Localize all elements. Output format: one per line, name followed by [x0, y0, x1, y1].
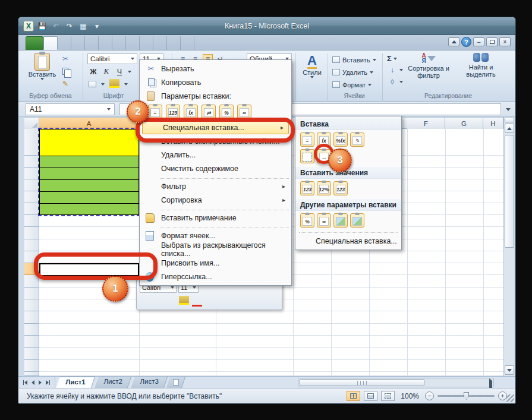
- context-menu-item[interactable]: Фильтр ▸: [141, 179, 290, 193]
- row-header[interactable]: [24, 179, 39, 191]
- zoom-slider-thumb[interactable]: [464, 392, 469, 400]
- first-sheet-icon[interactable]: [23, 380, 27, 385]
- paste-formatting-icon[interactable]: %: [219, 105, 234, 119]
- ribbon-tab[interactable]: [112, 36, 126, 50]
- paste-link-icon[interactable]: ∞: [317, 213, 331, 228]
- ribbon-tab[interactable]: [85, 36, 99, 50]
- autosum-icon[interactable]: Σ: [387, 54, 392, 63]
- font-name-select[interactable]: Calibri: [87, 53, 137, 64]
- align-center-icon[interactable]: [166, 296, 176, 307]
- row-header[interactable]: [24, 311, 39, 323]
- vertical-scroll-thumb[interactable]: [505, 135, 514, 248]
- horizontal-scrollbar[interactable]: [298, 378, 494, 387]
- zoom-in-icon[interactable]: +: [498, 391, 507, 400]
- context-menu-item[interactable]: Присвоить имя...: [141, 256, 290, 270]
- cut-icon[interactable]: ✂: [60, 54, 71, 64]
- formulas-number-formatting-icon[interactable]: %fx: [333, 132, 348, 147]
- insert-worksheet-tab[interactable]: [166, 377, 185, 388]
- normal-view-button[interactable]: [347, 391, 360, 401]
- row-header[interactable]: [24, 288, 39, 299]
- resize-grip[interactable]: [506, 394, 514, 402]
- context-menu-item[interactable]: Выбрать из раскрывающегося списка...: [141, 242, 290, 256]
- row-header[interactable]: [24, 239, 39, 251]
- row-header[interactable]: [24, 168, 39, 179]
- fill-icon[interactable]: ↓: [387, 65, 398, 75]
- row-header[interactable]: [24, 156, 39, 168]
- context-menu-item[interactable]: Копировать: [141, 75, 290, 89]
- paste-button[interactable]: Вставить: [27, 53, 58, 80]
- copy-icon[interactable]: [60, 67, 71, 76]
- fill-color-icon[interactable]: [109, 79, 119, 88]
- page-layout-view-button[interactable]: [364, 391, 377, 401]
- ribbon-tab[interactable]: [126, 36, 140, 50]
- cells-button[interactable]: Вставить: [332, 54, 376, 65]
- context-menu-item[interactable]: Гиперссылка...: [141, 270, 290, 283]
- increase-decimal-icon[interactable]: [218, 296, 228, 307]
- help-icon[interactable]: ?: [461, 37, 471, 47]
- paste-values-icon[interactable]: 123: [166, 105, 180, 119]
- column-header-g[interactable]: G: [445, 118, 483, 129]
- bold-icon[interactable]: [140, 296, 150, 307]
- select-all-corner[interactable]: [24, 118, 39, 129]
- decrease-decimal-icon[interactable]: [231, 296, 241, 307]
- linked-picture-icon[interactable]: [350, 213, 364, 228]
- borders-icon[interactable]: [205, 296, 215, 307]
- name-box[interactable]: A11: [26, 103, 115, 115]
- ribbon-tab[interactable]: [43, 36, 58, 50]
- format-painter-icon[interactable]: [244, 296, 254, 307]
- sort-filter-button[interactable]: АЯ Сортировка и фильтр: [406, 53, 451, 79]
- formatting-icon[interactable]: %: [300, 213, 314, 228]
- paste-special-item[interactable]: Специальная вставка...: [295, 234, 401, 248]
- sheet-tab[interactable]: Лист1: [56, 377, 95, 388]
- context-menu-item[interactable]: Параметры вставки:: [141, 89, 290, 103]
- row-header[interactable]: [24, 360, 39, 372]
- split-handle[interactable]: [505, 118, 514, 122]
- paste-icon[interactable]: ≡: [300, 132, 314, 147]
- no-borders-icon[interactable]: [300, 149, 314, 163]
- format-painter-icon[interactable]: ✎: [60, 79, 71, 89]
- zoom-slider[interactable]: [437, 395, 495, 397]
- zoom-out-icon[interactable]: −: [425, 391, 434, 400]
- row-header[interactable]: [24, 129, 39, 156]
- underline-icon[interactable]: Ч: [115, 68, 124, 76]
- context-menu-item[interactable]: Сортировка ▸: [141, 193, 290, 207]
- previous-sheet-icon[interactable]: [32, 380, 34, 385]
- minimize-window-button[interactable]: –: [473, 37, 484, 46]
- values-number-formatting-icon[interactable]: 12%: [317, 181, 331, 195]
- ribbon-tab[interactable]: [58, 36, 71, 50]
- column-header-h[interactable]: H: [483, 118, 503, 129]
- borders-icon[interactable]: [89, 81, 96, 87]
- italic-icon[interactable]: К: [102, 67, 111, 76]
- paste-icon[interactable]: ≡: [148, 105, 162, 119]
- ribbon-tab[interactable]: [153, 36, 167, 50]
- ribbon-tab[interactable]: [140, 36, 153, 50]
- context-menu-item[interactable]: [160, 207, 289, 210]
- ribbon-tab[interactable]: [99, 36, 112, 50]
- zoom-level[interactable]: 100%: [401, 392, 419, 400]
- vertical-scrollbar[interactable]: [503, 117, 514, 376]
- context-menu-item[interactable]: Вырезать: [141, 62, 290, 75]
- italic-icon[interactable]: [153, 296, 163, 307]
- row-header[interactable]: [24, 215, 39, 227]
- column-header-f[interactable]: F: [407, 118, 445, 129]
- context-menu-item[interactable]: [160, 225, 289, 228]
- styles-button[interactable]: А Стили: [299, 54, 325, 78]
- context-menu-item[interactable]: [160, 176, 289, 179]
- ribbon-tab[interactable]: [71, 36, 85, 50]
- ribbon-tab[interactable]: [167, 36, 181, 50]
- restore-window-button[interactable]: [486, 37, 498, 46]
- row-header[interactable]: [24, 372, 39, 376]
- cells-button[interactable]: Удалить: [332, 67, 376, 78]
- values-icon[interactable]: 123: [300, 181, 314, 195]
- ribbon-tab[interactable]: [181, 36, 194, 50]
- row-header[interactable]: [24, 348, 39, 359]
- paste-transpose-icon[interactable]: ⇄: [202, 105, 216, 119]
- last-sheet-icon[interactable]: [46, 380, 50, 385]
- row-header[interactable]: [24, 299, 39, 311]
- find-select-button[interactable]: Найти и выделить: [456, 53, 506, 78]
- context-menu-item[interactable]: Удалить...: [141, 148, 290, 162]
- row-header[interactable]: [24, 227, 39, 239]
- scroll-up-icon[interactable]: [505, 124, 514, 133]
- values-source-formatting-icon[interactable]: 123: [333, 181, 348, 195]
- keep-source-formatting-icon[interactable]: ✎: [350, 132, 364, 147]
